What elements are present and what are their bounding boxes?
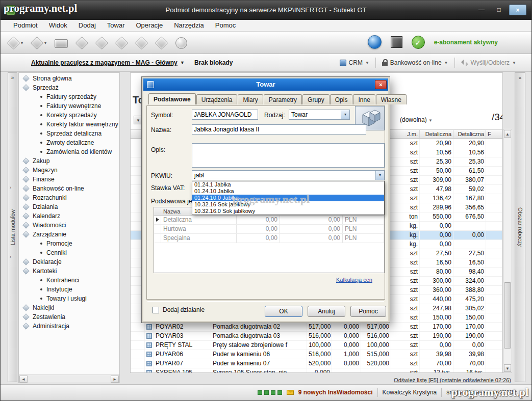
ok-button[interactable]: OK <box>265 306 302 317</box>
scroll-up-icon[interactable]: ▲ <box>504 130 511 138</box>
wyslij-odbierz-dropdown[interactable]: Wyślij/Odbierz ▼ <box>461 59 517 66</box>
menu-item[interactable]: Podmiot <box>8 20 43 31</box>
pomoc-button[interactable]: Pomoc <box>350 306 386 317</box>
toolbar-button[interactable]: ▾ <box>76 37 88 49</box>
menu-item[interactable]: Towar <box>102 20 131 31</box>
filter-dowolna-dropdown[interactable]: (dowolna) ▼ <box>400 116 433 123</box>
sidebar-item[interactable]: Zestawienia <box>20 312 118 322</box>
dialog-close-button[interactable]: × <box>375 80 387 89</box>
price-waluta[interactable]: PLN <box>343 216 384 224</box>
sidebar-item[interactable]: Zwroty detaliczne <box>20 138 118 147</box>
sidebar-item[interactable]: Naklejki <box>20 303 118 312</box>
minimize-button[interactable]: — <box>474 5 489 15</box>
price-brutto[interactable]: 0,00 <box>280 216 343 224</box>
sidebar-item[interactable]: Bankowość on-line <box>20 184 118 193</box>
sidebar-item[interactable]: Rozrachunki <box>20 193 118 202</box>
table-row[interactable]: PRĘTY STAL Pręty stalowe zbrojeniowe f 1… <box>131 341 503 350</box>
close-button[interactable]: × <box>509 5 526 15</box>
menu-item[interactable]: Widok <box>43 20 73 31</box>
arrow-icon[interactable]: › <box>10 254 11 259</box>
sidebar-item[interactable]: Kalendarz <box>20 211 118 221</box>
table-row[interactable]: POYAR02 Pomadka długotrwała 02 517,000 0… <box>131 323 503 332</box>
anuluj-button[interactable]: Anuluj <box>308 306 345 317</box>
scroll-right-icon[interactable]: ► <box>111 376 119 383</box>
sidebar-item[interactable]: Działania <box>20 202 118 211</box>
sidebar-item[interactable]: Cenniki <box>20 248 118 257</box>
scroll-left-icon[interactable]: ◄ <box>19 376 28 383</box>
col-f[interactable]: F <box>486 130 502 138</box>
price-brutto[interactable]: 0,00 <box>280 225 343 233</box>
sidebar-item[interactable]: Korekty sprzedaży <box>20 111 118 120</box>
sidebar-item[interactable]: Korekty faktur wewnętrznych <box>20 120 118 129</box>
sidebar-item[interactable]: Promocje <box>20 239 118 248</box>
dialog-tab[interactable]: Inne <box>353 94 375 104</box>
dialog-tab[interactable]: Grupy <box>302 94 330 104</box>
tree-hscrollbar[interactable]: ◄ ► <box>19 375 119 383</box>
nazwa-input[interactable] <box>192 124 366 135</box>
toolbar-button[interactable]: ▾ <box>55 38 68 48</box>
sidebar-item[interactable]: Zarządzanie <box>20 230 118 239</box>
inswiadomosci-link[interactable]: 9 nowych InsWiadomości <box>298 389 373 396</box>
sidebar-item[interactable]: Administracja <box>20 322 118 331</box>
dialog-tab[interactable]: Podstawowe <box>148 93 196 104</box>
table-vscrollbar[interactable]: ▲ ▼ <box>503 129 512 373</box>
blokada-status[interactable]: Brak blokady <box>194 59 233 66</box>
dialog-tab[interactable]: Opis <box>330 94 353 104</box>
price-waluta[interactable]: PLN <box>343 225 384 233</box>
toolbar-button[interactable]: ▾ <box>136 37 147 49</box>
col-detaliczna-1[interactable]: Detaliczna <box>420 130 453 138</box>
dialog-tab[interactable]: Miary <box>238 94 263 104</box>
toolbar-button[interactable]: ▾ <box>156 37 167 49</box>
sidebar-item[interactable]: Instytucje <box>20 285 118 294</box>
pkwiu-option[interactable]: 01.24.10.0 Jabłka <box>192 195 384 201</box>
sidebar-item[interactable]: Towary i usługi <box>20 294 118 303</box>
symbol-input[interactable] <box>192 110 258 120</box>
price-netto[interactable]: 0,00 <box>237 234 280 243</box>
sidebar-item[interactable]: Sprzedaż <box>20 83 118 92</box>
refresh-list-link[interactable]: Odśwież listę [F5] (ostatnie odświeżenie… <box>394 377 511 383</box>
menu-item[interactable]: Dodaj <box>73 20 102 31</box>
sidebar-item[interactable]: Magazyn <box>20 166 118 175</box>
price-row[interactable]: Detaliczna 0,00 0,00 PLN <box>154 216 384 225</box>
price-row[interactable]: Specjalna 0,00 0,00 PLN <box>154 234 384 243</box>
sidebar-item[interactable]: Faktury wewnętrzne <box>20 101 118 111</box>
toolbar-button[interactable]: ▾ <box>8 37 23 49</box>
table-row[interactable]: PUYAR06 Puder w kamieniu 06 516,000 1,00… <box>131 350 503 359</box>
scroll-down-icon[interactable]: ▼ <box>504 364 511 372</box>
opis-textarea[interactable] <box>192 143 385 168</box>
magazyn-link[interactable]: Aktualnie pracujesz z magazynem - MAG - … <box>31 59 178 66</box>
dialog-tab[interactable]: Parametry <box>264 94 302 104</box>
bankowosc-dropdown[interactable]: Bankowość on-line ▼ <box>382 59 448 66</box>
pkwiu-option[interactable]: 01.24.10 Jabłka <box>192 188 384 195</box>
price-row[interactable]: Hurtowa 0,00 0,00 PLN <box>154 225 384 234</box>
toolbar-button[interactable]: ▾ <box>96 37 108 49</box>
price-netto[interactable]: 0,00 <box>237 216 280 224</box>
crm-dropdown[interactable]: CRM ▼ <box>340 59 369 66</box>
arrow-icon[interactable]: › <box>10 185 11 190</box>
insert-cube-icon[interactable] <box>391 36 402 48</box>
sidebar-item[interactable]: Wiadomości <box>20 221 118 230</box>
sidebar-item[interactable]: Finanse <box>20 175 118 184</box>
chevron-down-icon[interactable]: ▾ <box>375 171 384 180</box>
chevron-down-icon[interactable]: ▾ <box>341 110 349 119</box>
col-jm[interactable]: J.m. <box>391 130 420 138</box>
sidebar-item[interactable]: Sprzedaż detaliczna <box>20 129 118 138</box>
toolbar-button[interactable]: ▾ <box>175 37 187 49</box>
menu-item[interactable]: Operacje <box>130 20 168 31</box>
sidebar-item[interactable]: Faktury sprzedaży <box>20 92 118 101</box>
dodaj-dzialanie-checkbox[interactable] <box>153 307 159 313</box>
sidebar-item[interactable]: Zakup <box>20 156 118 166</box>
toolbar-button[interactable]: ▾ <box>31 37 46 49</box>
pkwiu-option[interactable]: 10.32.16 Sok jabłkowy <box>192 201 384 208</box>
arrow-icon[interactable]: › <box>10 215 11 220</box>
sidebar-item[interactable]: Zamówienia od klientów <box>20 147 118 156</box>
price-waluta[interactable]: PLN <box>343 234 384 243</box>
crm-globe-icon[interactable] <box>368 35 382 49</box>
rodzaj-select[interactable]: Towar ▾ <box>289 110 350 120</box>
price-netto[interactable]: 0,00 <box>237 225 280 233</box>
sidebar-item[interactable]: Kartoteki <box>20 266 118 276</box>
dialog-tab[interactable]: Własne <box>376 94 407 104</box>
table-row[interactable]: PUYAR07 Puder w kamieniu 07 520,000 0,00… <box>131 359 503 368</box>
pkwiu-input[interactable] <box>192 171 375 180</box>
pkwiu-option[interactable]: 01.24.1 Jabłka <box>192 181 384 188</box>
